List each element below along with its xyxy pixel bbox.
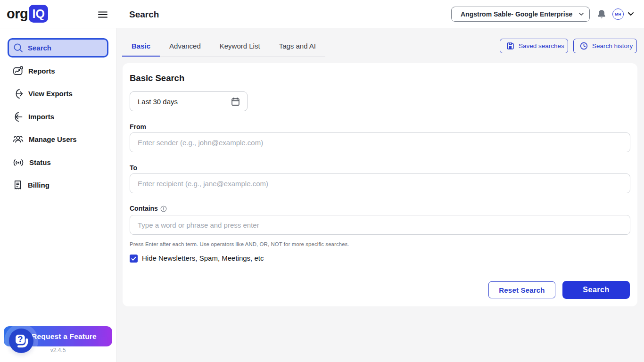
svg-text:?: ?: [17, 334, 23, 344]
